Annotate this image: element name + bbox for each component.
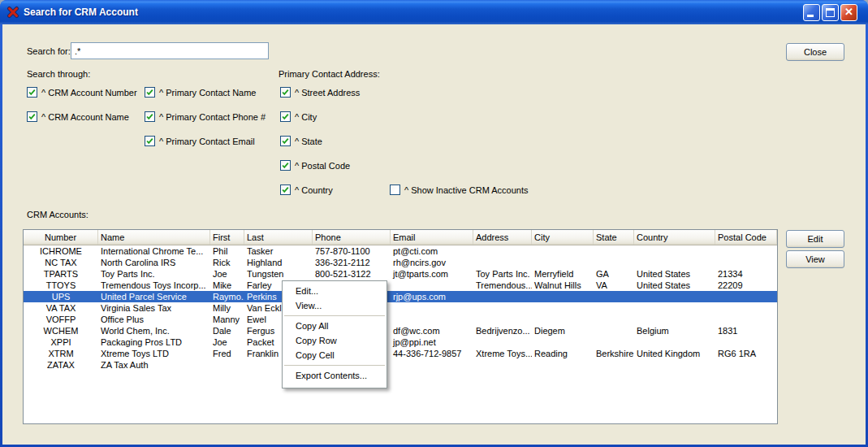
table-cell[interactable] [634,336,715,348]
checkbox-country[interactable]: ^ Country [280,184,360,195]
table-cell[interactable]: ZA Tax Auth [98,359,210,371]
table-cell[interactable] [634,314,715,325]
table-cell[interactable] [715,359,777,371]
table-cell[interactable]: Highland [244,257,313,268]
table-cell[interactable]: TTOYS [24,280,98,291]
table-cell[interactable]: 22209 [715,280,777,291]
table-cell[interactable]: Rick [210,257,244,268]
table-cell[interactable]: rh@ncirs.gov [391,257,473,268]
minimize-button[interactable] [803,4,820,21]
table-cell[interactable]: Dale [210,325,244,336]
table-cell[interactable]: Diegem [532,325,594,336]
table-cell[interactable] [473,359,532,371]
table-cell[interactable] [473,245,532,257]
table-cell[interactable]: 21334 [715,268,777,280]
column-header-first[interactable]: First [210,230,244,245]
table-cell[interactable] [391,280,473,291]
table-cell[interactable]: VA [594,280,634,291]
table-cell[interactable]: WCHEM [24,325,98,336]
view-button[interactable]: View [786,250,844,268]
table-cell[interactable]: United Parcel Service [98,291,210,302]
column-header-address[interactable]: Address [473,230,532,245]
table-cell[interactable] [473,336,532,348]
table-cell[interactable]: ZATAX [24,359,98,371]
table-cell[interactable] [715,245,777,257]
table-cell[interactable]: VOFFP [24,314,98,325]
table-row-ups[interactable]: UPSUnited Parcel ServiceRaymo...Perkinsr… [24,291,777,302]
menu-item-edit[interactable]: Edit... [283,284,386,298]
column-header-postal-code[interactable]: Postal Code [715,230,777,245]
checkbox-postal-code[interactable]: ^ Postal Code [280,160,360,171]
table-cell[interactable]: 757-870-1100 [313,245,391,257]
search-input[interactable] [71,42,269,59]
table-cell[interactable] [532,302,594,314]
table-cell[interactable]: Xtreme Toys... [473,348,532,359]
checkbox-street-address[interactable]: ^ Street Address [280,87,360,98]
table-cell[interactable]: Xtreme Toys LTD [98,348,210,359]
table-cell[interactable]: TPARTS [24,268,98,280]
table-cell[interactable] [532,314,594,325]
table-cell[interactable]: Milly [210,302,244,314]
table-cell[interactable] [594,314,634,325]
table-cell[interactable] [532,359,594,371]
column-header-phone[interactable]: Phone [313,230,391,245]
table-cell[interactable]: United States [634,280,715,291]
table-cell[interactable] [594,359,634,371]
table-row-va-tax[interactable]: VA TAXVirginia Sales TaxMillyVan Eckl [24,302,777,314]
checkbox-primary-contact-email[interactable]: ^ Primary Contact Email [145,136,266,146]
table-cell[interactable]: 800-521-3122 [313,268,391,280]
table-cell[interactable]: Packaging Pros LTD [98,336,210,348]
table-cell[interactable] [473,314,532,325]
table-cell[interactable] [473,291,532,302]
table-cell[interactable]: Reading [532,348,594,359]
table-cell[interactable] [210,359,244,371]
checkbox-primary-contact-phone[interactable]: ^ Primary Contact Phone # [145,111,266,122]
table-cell[interactable]: Toy Parts Inc. [473,268,532,280]
table-cell[interactable]: Raymo... [210,291,244,302]
table-row-wchem[interactable]: WCHEMWorld Chem, Inc.DaleFergusdf@wc.com… [24,325,777,336]
table-cell[interactable]: pt@cti.com [391,245,473,257]
table-cell[interactable]: United Kingdom [634,348,715,359]
table-cell[interactable]: rjp@ups.com [391,291,473,302]
table-cell[interactable] [594,291,634,302]
table-cell[interactable]: jp@ppi.net [391,336,473,348]
column-header-country[interactable]: Country [634,230,715,245]
table-cell[interactable] [473,257,532,268]
table-cell[interactable]: Tungsten [244,268,313,280]
table-cell[interactable]: VA TAX [24,302,98,314]
table-cell[interactable] [634,359,715,371]
table-row-nc-tax[interactable]: NC TAXNorth Carolina IRSRickHighland336-… [24,257,777,268]
table-cell[interactable]: NC TAX [24,257,98,268]
table-cell[interactable]: World Chem, Inc. [98,325,210,336]
table-cell[interactable]: Tasker [244,245,313,257]
table-cell[interactable] [715,291,777,302]
table-cell[interactable] [594,257,634,268]
table-cell[interactable] [532,257,594,268]
checkbox-crm-account-number[interactable]: ^ CRM Account Number [27,87,137,98]
table-cell[interactable]: North Carolina IRS [98,257,210,268]
table-cell[interactable] [532,336,594,348]
table-cell[interactable]: International Chrome Te... [98,245,210,257]
menu-item-export-contents[interactable]: Export Contents... [283,368,386,383]
menu-item-view[interactable]: View... [283,298,386,313]
column-header-last[interactable]: Last [244,230,313,245]
checkbox-primary-contact-name[interactable]: ^ Primary Contact Name [145,87,266,98]
table-cell[interactable]: United States [634,268,715,280]
table-cell[interactable]: Office Plus [98,314,210,325]
table-cell[interactable]: ICHROME [24,245,98,257]
table-row-zatax[interactable]: ZATAXZA Tax Auth [24,359,777,371]
menu-item-copy-row[interactable]: Copy Row [283,333,386,348]
column-header-email[interactable]: Email [391,230,473,245]
table-cell[interactable] [594,245,634,257]
checkbox-crm-account-name[interactable]: ^ CRM Account Name [27,111,137,122]
menu-item-copy-cell[interactable]: Copy Cell [283,348,386,362]
table-row-voffp[interactable]: VOFFPOffice PlusMannyEwel [24,314,777,325]
table-cell[interactable] [715,257,777,268]
table-cell[interactable]: Virginia Sales Tax [98,302,210,314]
table-cell[interactable] [594,325,634,336]
table-cell[interactable]: Merryfield [532,268,594,280]
close-window-button[interactable]: ✕ [840,4,857,21]
table-cell[interactable] [594,302,634,314]
table-cell[interactable]: Tremendous Toys Incorp... [98,280,210,291]
maximize-button[interactable] [822,4,839,21]
